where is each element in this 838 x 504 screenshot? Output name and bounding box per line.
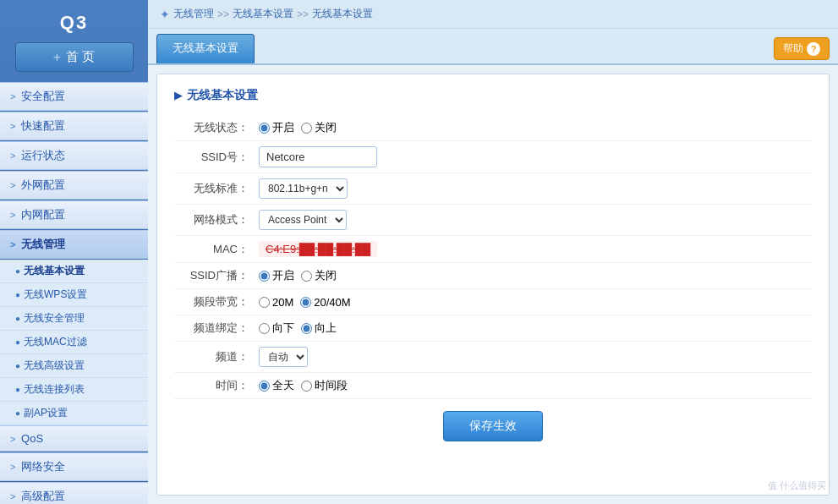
- network-mode-select[interactable]: Access Point Repeater Bridge: [259, 210, 347, 230]
- tab-wireless-basic[interactable]: 无线基本设置: [156, 34, 255, 63]
- control-bandwidth: 20M 20/40M: [259, 296, 812, 309]
- arrow-icon: >: [10, 210, 15, 220]
- arrow-icon: >: [10, 239, 15, 249]
- radio-input-channel-up[interactable]: [301, 323, 312, 334]
- radio-input-broadcast-off[interactable]: [301, 271, 312, 282]
- breadcrumb-item-1: 无线基本设置: [233, 7, 293, 21]
- radio-group-bandwidth: 20M 20/40M: [259, 296, 351, 309]
- dot-icon: ●: [15, 290, 20, 299]
- form-row-channel-bind: 频道绑定： 向下 向上: [174, 315, 812, 342]
- dot-icon: ●: [15, 337, 20, 347]
- sidebar-sub-wireless-ap[interactable]: ● 副AP设置: [0, 402, 148, 425]
- sidebar-item-wan[interactable]: > 外网配置: [0, 171, 148, 200]
- control-time: 全天 时间段: [259, 378, 812, 393]
- tabs-left: 无线基本设置: [156, 34, 256, 63]
- sidebar-logo: Q3: [60, 0, 88, 42]
- breadcrumb-item-0: 无线管理: [173, 7, 214, 21]
- radio-input-status-off[interactable]: [301, 123, 312, 134]
- section-title: ▶ 无线基本设置: [174, 88, 812, 103]
- label-channel-bind: 频道绑定：: [174, 320, 259, 336]
- label-ssid-broadcast: SSID广播：: [174, 268, 259, 283]
- radio-broadcast-on[interactable]: 开启: [259, 268, 294, 283]
- sidebar-item-wireless[interactable]: > 无线管理: [0, 230, 148, 259]
- radio-group-channel-bind: 向下 向上: [259, 320, 337, 336]
- wireless-submenu: ● 无线基本设置 ● 无线WPS设置 ● 无线安全管理 ● 无线MAC过滤 ● …: [0, 260, 148, 425]
- form-row-bandwidth: 频段带宽： 20M 20/40M: [174, 289, 812, 315]
- radio-group-time: 全天 时间段: [259, 378, 348, 393]
- control-wireless-status: 开启 关闭: [259, 120, 812, 135]
- sidebar-sub-wireless-security[interactable]: ● 无线安全管理: [0, 307, 148, 331]
- content-area: ▶ 无线基本设置 无线状态： 开启 关闭: [156, 74, 830, 496]
- label-bandwidth: 频段带宽：: [174, 294, 259, 310]
- form-row-standard: 无线标准： 802.11b+g+n 802.11b+g 802.11n: [174, 173, 812, 205]
- radio-bandwidth-20-40m[interactable]: 20/40M: [300, 296, 350, 309]
- triangle-icon: ▶: [174, 90, 182, 101]
- arrow-icon: >: [10, 491, 15, 501]
- label-mac: MAC：: [174, 242, 259, 257]
- radio-input-time-period[interactable]: [301, 381, 312, 392]
- radio-broadcast-off[interactable]: 关闭: [301, 268, 337, 283]
- breadcrumb-sep-0: >>: [217, 8, 229, 20]
- radio-input-time-allday[interactable]: [259, 381, 270, 392]
- radio-bandwidth-20m[interactable]: 20M: [259, 296, 293, 309]
- breadcrumb: ✦ 无线管理 >> 无线基本设置 >> 无线基本设置: [148, 0, 838, 29]
- radio-input-status-on[interactable]: [259, 123, 270, 134]
- breadcrumb-item-2: 无线基本设置: [312, 7, 373, 21]
- control-standard: 802.11b+g+n 802.11b+g 802.11n: [259, 178, 812, 199]
- radio-group-broadcast: 开启 关闭: [259, 268, 337, 283]
- form-row-channel: 频道： 自动 123 456 789 1011: [174, 342, 812, 373]
- sidebar-item-advanced[interactable]: > 高级配置: [0, 482, 148, 504]
- form-row-ssid-broadcast: SSID广播： 开启 关闭: [174, 263, 812, 289]
- sidebar-nav: > 安全配置 > 快速配置 > 运行状态 > 外网配置 > 内网配置 > 无线管…: [0, 82, 148, 504]
- breadcrumb-sep-1: >>: [297, 8, 309, 20]
- radio-channel-down[interactable]: 向下: [259, 320, 294, 336]
- standard-select[interactable]: 802.11b+g+n 802.11b+g 802.11n: [259, 178, 348, 199]
- form-row-network-mode: 网络模式： Access Point Repeater Bridge: [174, 205, 812, 236]
- radio-input-broadcast-on[interactable]: [259, 271, 270, 282]
- help-icon: ?: [807, 42, 820, 56]
- mac-value: C4:E9:██:██:██:██: [259, 241, 377, 257]
- radio-group-status: 开启 关闭: [259, 120, 337, 135]
- sidebar-item-status[interactable]: > 运行状态: [0, 141, 148, 170]
- save-button[interactable]: 保存生效: [443, 411, 543, 441]
- radio-input-bandwidth-20-40m[interactable]: [300, 297, 311, 308]
- radio-input-bandwidth-20m[interactable]: [259, 297, 270, 308]
- home-button[interactable]: + 首 页: [15, 42, 134, 72]
- radio-channel-up[interactable]: 向上: [301, 320, 337, 336]
- sidebar-sub-wireless-advanced[interactable]: ● 无线高级设置: [0, 354, 148, 378]
- sidebar-sub-wireless-wps[interactable]: ● 无线WPS设置: [0, 283, 148, 307]
- label-wireless-status: 无线状态：: [174, 120, 259, 135]
- sidebar-item-quick[interactable]: > 快速配置: [0, 112, 148, 140]
- label-standard: 无线标准：: [174, 181, 259, 196]
- sidebar-sub-wireless-basic[interactable]: ● 无线基本设置: [0, 260, 148, 283]
- dot-icon: ●: [15, 361, 20, 370]
- ssid-input[interactable]: [259, 146, 377, 167]
- sidebar-sub-wireless-connections[interactable]: ● 无线连接列表: [0, 378, 148, 402]
- form-row-time: 时间： 全天 时间段: [174, 373, 812, 399]
- label-time: 时间：: [174, 378, 259, 393]
- sidebar-item-lan[interactable]: > 内网配置: [0, 200, 148, 229]
- breadcrumb-icon: ✦: [160, 8, 170, 21]
- radio-status-off[interactable]: 关闭: [301, 120, 337, 135]
- radio-input-channel-down[interactable]: [259, 323, 270, 334]
- sidebar-sub-wireless-mac[interactable]: ● 无线MAC过滤: [0, 331, 148, 354]
- dot-icon: ●: [15, 266, 20, 276]
- arrow-icon: >: [10, 434, 15, 444]
- sidebar-item-qos[interactable]: > QoS: [0, 425, 148, 452]
- watermark: 值 什么值得买: [768, 479, 826, 492]
- radio-time-allday[interactable]: 全天: [259, 378, 294, 393]
- sidebar-item-security[interactable]: > 安全配置: [0, 82, 148, 111]
- form-row-wireless-status: 无线状态： 开启 关闭: [174, 115, 812, 141]
- sidebar-item-netsec[interactable]: > 网络安全: [0, 452, 148, 481]
- dot-icon: ●: [15, 408, 20, 418]
- control-ssid: [259, 146, 812, 167]
- arrow-icon: >: [10, 91, 15, 101]
- control-ssid-broadcast: 开启 关闭: [259, 268, 812, 283]
- radio-status-on[interactable]: 开启: [259, 120, 294, 135]
- radio-time-period[interactable]: 时间段: [301, 378, 348, 393]
- form-row-ssid: SSID号：: [174, 141, 812, 173]
- label-channel: 频道：: [174, 349, 259, 364]
- control-network-mode: Access Point Repeater Bridge: [259, 210, 812, 230]
- help-button[interactable]: 帮助 ?: [774, 37, 830, 60]
- channel-select[interactable]: 自动 123 456 789 1011: [259, 347, 308, 367]
